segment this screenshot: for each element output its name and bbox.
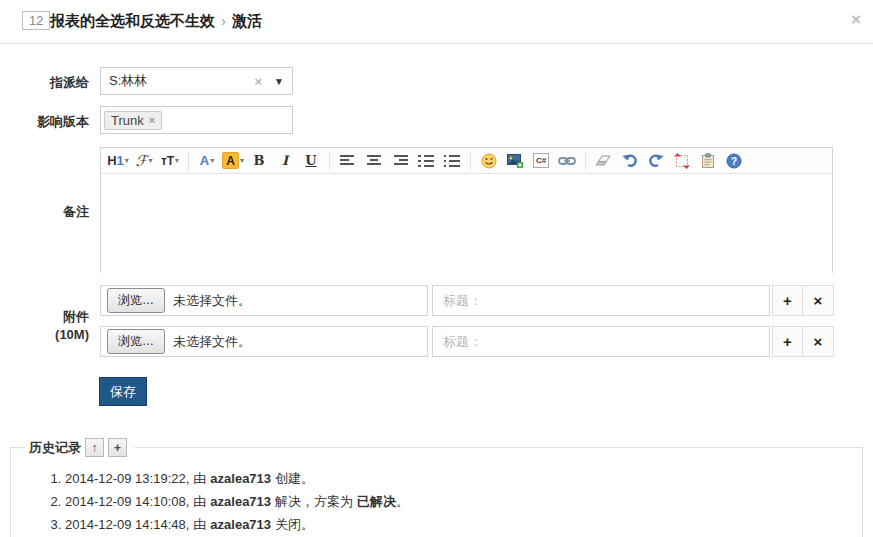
- save-button[interactable]: 保存: [99, 377, 147, 406]
- undo-icon[interactable]: [619, 150, 641, 172]
- attachment-title-field: [432, 285, 770, 316]
- heading-button[interactable]: H1▾: [107, 150, 129, 172]
- close-icon[interactable]: ×: [851, 11, 861, 28]
- remark-editor: H1▾ ℱ▾ тT▾ A▾ A▾ B I U C# ?: [100, 147, 833, 273]
- attachment-title-input[interactable]: [433, 327, 769, 356]
- toolbar-divider: [188, 152, 189, 170]
- caret-icon: ▾: [125, 156, 129, 165]
- ordered-list-icon[interactable]: [415, 150, 437, 172]
- history-title: 历史记录: [29, 439, 81, 457]
- align-right-icon[interactable]: [389, 150, 411, 172]
- file-input[interactable]: 浏览… 未选择文件。: [100, 326, 428, 357]
- history-resolution: 已解决: [357, 494, 396, 509]
- toolbar-divider: [585, 152, 586, 170]
- attachment-title-field: [432, 326, 770, 357]
- history-user: azalea713: [210, 471, 271, 486]
- browse-button[interactable]: 浏览…: [107, 288, 165, 313]
- tag-remove-icon[interactable]: ×: [149, 114, 155, 126]
- fullscreen-icon[interactable]: [671, 150, 693, 172]
- clear-icon[interactable]: ×: [255, 74, 263, 89]
- version-input[interactable]: Trunk ×: [100, 106, 293, 134]
- font-size-button[interactable]: тT▾: [159, 150, 181, 172]
- history-item: 2014-12-09 14:14:48,由azalea713关闭。: [65, 513, 862, 536]
- attachment-label: 附件 (10M): [0, 308, 89, 344]
- history-item: 2014-12-09 13:19:22,由azalea713创建。: [65, 467, 862, 490]
- toolbar-divider: [329, 152, 330, 170]
- bug-activate-page: 12 报表的全选和反选不生效›激活 × 指派给 S:林林 × ▼ 影响版本 Tr…: [0, 0, 873, 537]
- no-file-text: 未选择文件。: [173, 292, 251, 310]
- editor-toolbar: H1▾ ℱ▾ тT▾ A▾ A▾ B I U C# ?: [101, 148, 832, 174]
- underline-button[interactable]: U: [300, 150, 322, 172]
- collapse-icon[interactable]: ↑: [85, 438, 104, 457]
- remark-label: 备注: [0, 203, 89, 221]
- history-section: 历史记录 ↑ + 2014-12-09 13:19:22,由azalea713创…: [10, 438, 863, 537]
- bullet-list-icon[interactable]: [441, 150, 463, 172]
- assigned-select[interactable]: S:林林 × ▼: [100, 67, 293, 95]
- attachment-row: 浏览… 未选择文件。 + ×: [100, 326, 834, 357]
- expand-icon[interactable]: +: [108, 438, 127, 457]
- attachment-row: 浏览… 未选择文件。 + ×: [100, 285, 834, 316]
- link-icon[interactable]: [556, 150, 578, 172]
- font-family-button[interactable]: ℱ▾: [133, 150, 155, 172]
- bug-title: 报表的全选和反选不生效: [50, 12, 215, 29]
- version-tag-text: Trunk: [111, 113, 144, 128]
- history-user: azalea713: [210, 494, 271, 509]
- help-icon[interactable]: ?: [723, 150, 745, 172]
- emoji-icon[interactable]: [478, 150, 500, 172]
- italic-button[interactable]: I: [274, 150, 296, 172]
- attachment-title-input[interactable]: [433, 286, 769, 315]
- history-legend: 历史记录 ↑ +: [25, 438, 135, 457]
- highlight-color-button[interactable]: A▾: [222, 150, 244, 172]
- bold-button[interactable]: B: [248, 150, 270, 172]
- insert-image-icon[interactable]: [504, 150, 526, 172]
- redo-icon[interactable]: [645, 150, 667, 172]
- history-list: 2014-12-09 13:19:22,由azalea713创建。 2014-1…: [65, 467, 862, 536]
- caret-icon: ▾: [148, 156, 152, 165]
- assigned-value: S:林林: [109, 72, 255, 90]
- assigned-label: 指派给: [0, 74, 89, 92]
- remove-format-icon[interactable]: [593, 150, 615, 172]
- toolbar-divider: [470, 152, 471, 170]
- history-user: azalea713: [210, 517, 271, 532]
- align-center-icon[interactable]: [363, 150, 385, 172]
- title-separator: ›: [221, 12, 226, 29]
- remove-attachment-button[interactable]: ×: [803, 326, 834, 357]
- file-input[interactable]: 浏览… 未选择文件。: [100, 285, 428, 316]
- remove-attachment-button[interactable]: ×: [803, 285, 834, 316]
- bug-id-badge: 12: [22, 11, 50, 30]
- paste-source-icon[interactable]: [697, 150, 719, 172]
- caret-icon: ▾: [210, 156, 214, 165]
- add-attachment-button[interactable]: +: [772, 326, 803, 357]
- caret-icon: ▾: [175, 156, 179, 165]
- header: 12 报表的全选和反选不生效›激活 ×: [0, 0, 873, 44]
- remark-editor-content[interactable]: [101, 174, 832, 273]
- version-label: 影响版本: [0, 113, 89, 131]
- page-title: 报表的全选和反选不生效›激活: [50, 12, 262, 31]
- history-item: 2014-12-09 14:10:08,由azalea713解决，方案为已解决。: [65, 490, 862, 513]
- add-attachment-button[interactable]: +: [772, 285, 803, 316]
- font-color-button[interactable]: A▾: [196, 150, 218, 172]
- action-label: 激活: [232, 12, 262, 29]
- svg-text:?: ?: [731, 155, 737, 166]
- browse-button[interactable]: 浏览…: [107, 329, 165, 354]
- caret-icon: ▾: [240, 156, 244, 165]
- no-file-text: 未选择文件。: [173, 333, 251, 351]
- align-left-icon[interactable]: [337, 150, 359, 172]
- chevron-down-icon: ▼: [274, 76, 284, 87]
- version-tag: Trunk ×: [104, 111, 162, 130]
- insert-code-icon[interactable]: C#: [530, 150, 552, 172]
